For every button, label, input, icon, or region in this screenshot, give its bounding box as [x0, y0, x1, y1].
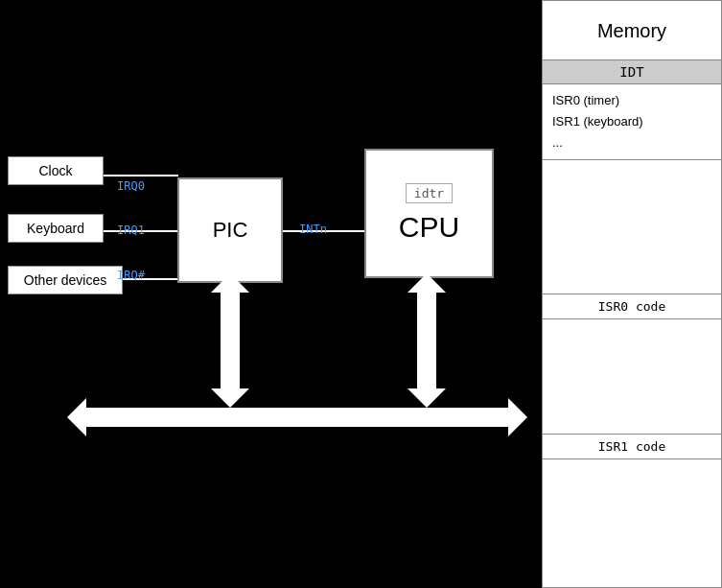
databus-label-text: Data Bus	[239, 409, 298, 425]
cpu-component: idtr CPU	[364, 149, 494, 278]
diagram-area: Clock Keyboard Other devices IRQ0 IRQ1 I…	[0, 0, 542, 588]
pic-component: PIC	[177, 177, 283, 283]
isr0-code-label: ISR0 code	[543, 294, 721, 319]
idt-entries: ISR0 (timer) ISR1 (keyboard) ...	[543, 84, 721, 160]
irq1-label: IRQ1	[117, 223, 145, 237]
memory-empty-region-2	[543, 319, 721, 435]
pic-arrow-down-head	[211, 388, 249, 408]
irqn-label: IRQ#	[117, 269, 145, 282]
databus-left-head	[67, 398, 86, 436]
idtr-label: idtr	[406, 183, 453, 203]
memory-empty-region-1	[543, 160, 721, 294]
isr0-entry: ISR0 (timer)	[552, 90, 711, 111]
irq0-label: IRQ0	[117, 179, 145, 193]
pic-label: PIC	[213, 218, 248, 243]
pic-arrow-shaft	[221, 283, 240, 398]
cpu-arrow-shaft	[417, 283, 436, 398]
idt-header: IDT	[543, 59, 721, 84]
databus-shaft	[77, 408, 518, 427]
isr1-entry: ISR1 (keyboard)	[552, 111, 711, 132]
memory-panel: Memory IDT ISR0 (timer) ISR1 (keyboard) …	[542, 0, 722, 588]
cpu-arrow-down-head	[408, 388, 446, 408]
databus-right-head	[508, 398, 527, 436]
keyboard-device: Keyboard	[8, 214, 104, 243]
ellipsis: ...	[552, 132, 711, 153]
cpu-label: CPU	[399, 211, 459, 244]
isr1-code-label: ISR1 code	[543, 435, 721, 459]
clock-line	[104, 175, 178, 176]
clock-device: Clock	[8, 156, 104, 185]
memory-title: Memory	[543, 1, 721, 59]
other-devices-device: Other devices	[8, 266, 123, 294]
intn-label: INTn	[299, 223, 327, 236]
